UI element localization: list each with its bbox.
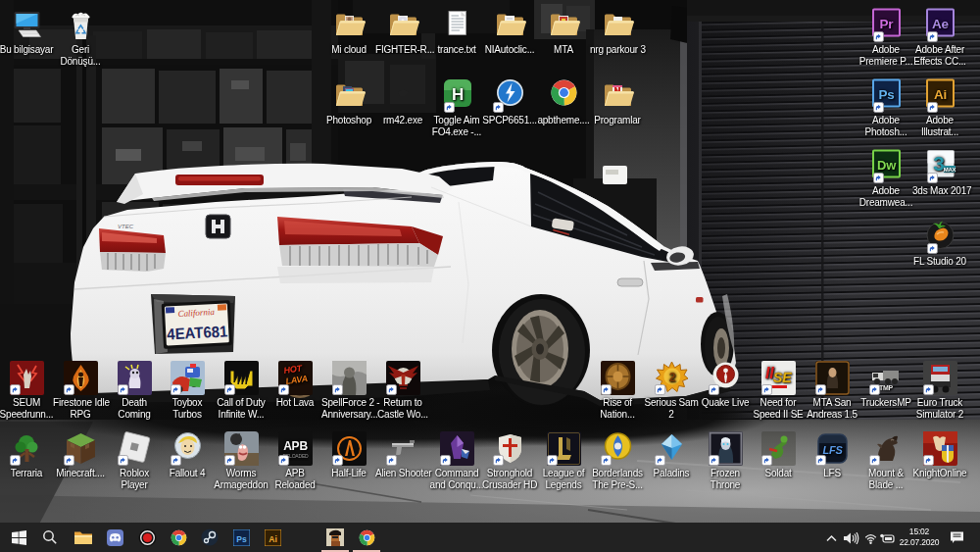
svg-text:APB: APB: [283, 439, 308, 453]
svg-text:Ai: Ai: [269, 533, 277, 543]
svg-text:VTEC: VTEC: [118, 224, 134, 229]
svg-text:Ae: Ae: [932, 17, 950, 31]
svg-text:Dw: Dw: [876, 158, 896, 173]
svg-text:California: California: [177, 307, 215, 319]
svg-text:Ps: Ps: [878, 87, 894, 102]
svg-text:MAX: MAX: [943, 167, 956, 173]
svg-text:Ps: Ps: [236, 533, 247, 543]
svg-text:2: 2: [668, 371, 675, 384]
svg-text:LFS: LFS: [822, 444, 843, 456]
svg-text:SE: SE: [773, 370, 792, 385]
svg-text:H: H: [451, 85, 463, 104]
svg-text:Pr: Pr: [879, 17, 894, 31]
svg-text:4EAT681: 4EAT681: [167, 323, 228, 342]
svg-text:TMP: TMP: [878, 384, 893, 391]
svg-text:Ai: Ai: [933, 87, 946, 102]
